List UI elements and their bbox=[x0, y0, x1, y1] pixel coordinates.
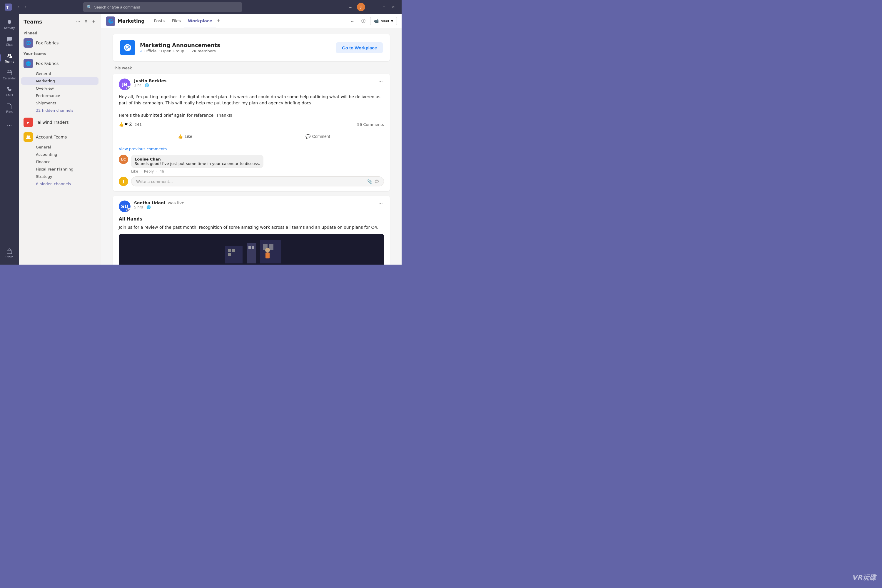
group-type: Open Group bbox=[161, 49, 184, 53]
comment-reply-action[interactable]: Reply bbox=[144, 170, 154, 174]
channel-finance[interactable]: Finance bbox=[21, 158, 99, 165]
tab-files[interactable]: Files bbox=[168, 14, 184, 28]
channel-accounting[interactable]: Accounting bbox=[21, 151, 99, 158]
sidebar-item-chat[interactable]: Chat bbox=[1, 33, 18, 49]
teams-filter-button[interactable]: ≡ bbox=[84, 18, 88, 25]
search-icon: 🔍 bbox=[87, 5, 92, 9]
sidebar-item-store[interactable]: Store bbox=[1, 246, 18, 261]
sidebar-item-teams[interactable]: Teams bbox=[1, 50, 18, 66]
attachment-icon[interactable]: 📎 bbox=[367, 179, 372, 184]
tab-posts[interactable]: Posts bbox=[150, 14, 168, 28]
channel-strategy-label: Strategy bbox=[36, 174, 52, 179]
meet-button[interactable]: 📹 Meet ▾ bbox=[370, 17, 397, 25]
post-2-suffix: was live bbox=[168, 201, 184, 205]
comment-separator-2: · bbox=[156, 170, 157, 174]
post-1-header: JB T Justin Beckles 1 hr · 🌐 ··· bbox=[119, 78, 384, 90]
tailwind-traders-icon: ▶ bbox=[24, 118, 33, 127]
post-2-more-button[interactable]: ··· bbox=[377, 201, 384, 207]
close-button[interactable]: ✕ bbox=[388, 2, 398, 12]
search-bar[interactable]: 🔍 bbox=[83, 2, 242, 12]
fox-fabrics-name: Fox Fabrics bbox=[36, 61, 86, 66]
svg-point-23 bbox=[265, 248, 270, 252]
globe-icon: 🌐 bbox=[145, 83, 149, 87]
sidebar-item-activity[interactable]: Activity bbox=[1, 16, 18, 32]
svg-point-2 bbox=[8, 54, 9, 56]
channel-ellipsis-button[interactable]: ··· bbox=[349, 18, 357, 25]
post-2-meta: 5 hrs · 🌐 bbox=[134, 205, 374, 209]
ellipsis-button[interactable]: ··· bbox=[346, 4, 355, 10]
comment-input-field[interactable]: Write a comment... 📎 😊 bbox=[131, 176, 384, 186]
svg-rect-15 bbox=[232, 249, 235, 252]
workplace-banner: Marketing Announcements ✓ Official · Ope… bbox=[113, 34, 390, 61]
maximize-button[interactable]: □ bbox=[379, 2, 388, 12]
calls-label: Calls bbox=[6, 93, 13, 97]
view-previous-comments[interactable]: View previous comments bbox=[119, 147, 384, 151]
comment-input-row: J Write a comment... 📎 😊 bbox=[119, 176, 384, 186]
account-teams-icon bbox=[24, 132, 33, 142]
banner-meta: ✓ Official · Open Group · 1.2K members bbox=[140, 49, 332, 53]
channel-info-button[interactable]: ⓘ bbox=[359, 17, 368, 25]
post-1-avatar: JB T bbox=[119, 78, 130, 90]
forward-button[interactable]: › bbox=[22, 3, 29, 10]
comment-input-icons: 📎 😊 bbox=[367, 179, 379, 184]
channel-general-1[interactable]: General bbox=[21, 70, 99, 77]
channel-performance-label: Performance bbox=[36, 93, 60, 98]
fox-fabrics-hidden-channels[interactable]: 32 hidden channels bbox=[21, 107, 99, 114]
channel-finance-label: Finance bbox=[36, 160, 51, 164]
window-controls: ─ □ ✕ bbox=[370, 2, 398, 12]
channel-general-2-label: General bbox=[36, 145, 51, 149]
reaction-count: 241 bbox=[134, 122, 142, 127]
channel-marketing[interactable]: Marketing bbox=[21, 77, 99, 85]
channel-strategy[interactable]: Strategy bbox=[21, 173, 99, 180]
team-account-teams[interactable]: Account Teams ··· bbox=[21, 130, 99, 144]
title-bar: T ‹ › 🔍 ··· J ─ □ ✕ bbox=[0, 0, 402, 14]
tab-workplace[interactable]: Workplace bbox=[184, 14, 216, 28]
go-to-workplace-button[interactable]: Go to Workplace bbox=[336, 42, 383, 53]
like-button[interactable]: 👍 Like bbox=[119, 132, 251, 141]
teams-add-button[interactable]: + bbox=[91, 18, 96, 25]
files-label: Files bbox=[6, 110, 13, 114]
channel-header-actions: ··· ⓘ 📹 Meet ▾ bbox=[349, 17, 397, 25]
channel-fiscal-year-planning-label: Fiscal Year Planning bbox=[36, 167, 73, 171]
sidebar-item-files[interactable]: Files bbox=[1, 100, 18, 116]
members-count: 1.2K members bbox=[188, 49, 216, 53]
svg-rect-14 bbox=[228, 249, 231, 252]
teams-badge-icon-2: T bbox=[126, 208, 130, 212]
post-1-more-button[interactable]: ··· bbox=[377, 78, 384, 85]
current-user-avatar: J bbox=[119, 177, 128, 186]
emoji-icon[interactable]: 😊 bbox=[375, 179, 379, 184]
comment-like-action[interactable]: Like bbox=[131, 170, 138, 174]
channel-marketing-label: Marketing bbox=[36, 79, 55, 83]
account-teams-hidden-channels[interactable]: 6 hidden channels bbox=[21, 180, 99, 188]
team-tailwind-traders[interactable]: ▶ Tailwind Traders ··· bbox=[21, 116, 99, 129]
channel-general-2[interactable]: General bbox=[21, 144, 99, 151]
teams-options-button[interactable]: ··· bbox=[75, 18, 81, 25]
team-fox-fabrics[interactable]: 🌐 Fox Fabrics ··· bbox=[21, 57, 99, 70]
user-avatar[interactable]: J bbox=[357, 3, 365, 11]
activity-icon bbox=[6, 19, 13, 26]
channel-shipments-label: Shipments bbox=[36, 101, 56, 105]
sidebar-item-more[interactable]: ··· bbox=[1, 119, 18, 131]
title-bar-actions: ··· J ─ □ ✕ bbox=[346, 2, 398, 12]
back-button[interactable]: ‹ bbox=[15, 3, 21, 10]
post-1-time: 1 hr bbox=[134, 83, 141, 87]
video-thumbnail[interactable] bbox=[119, 234, 384, 265]
minimize-button[interactable]: ─ bbox=[370, 2, 379, 12]
sidebar-item-calendar[interactable]: Calendar bbox=[1, 67, 18, 82]
pinned-fox-fabrics[interactable]: 🌐 Fox Fabrics bbox=[21, 36, 99, 50]
post-1-author: Justin Beckles bbox=[134, 78, 374, 83]
calendar-icon bbox=[6, 69, 13, 76]
post-1-meta: 1 hr · 🌐 bbox=[134, 83, 374, 87]
channel-shipments[interactable]: Shipments bbox=[21, 99, 99, 107]
comment-button[interactable]: 💬 Comment bbox=[251, 132, 384, 141]
comments-count[interactable]: 56 Comments bbox=[357, 122, 384, 127]
channel-fiscal-year-planning[interactable]: Fiscal Year Planning bbox=[21, 165, 99, 173]
channel-performance[interactable]: Performance bbox=[21, 92, 99, 99]
channel-overview[interactable]: Overview bbox=[21, 85, 99, 92]
search-input[interactable] bbox=[94, 5, 238, 9]
add-tab-button[interactable]: + bbox=[216, 14, 221, 28]
app-logo: T bbox=[3, 2, 13, 12]
app-body: Activity Chat Teams bbox=[0, 14, 402, 265]
sidebar-item-calls[interactable]: Calls bbox=[1, 84, 18, 99]
channel-accounting-label: Accounting bbox=[36, 152, 57, 157]
